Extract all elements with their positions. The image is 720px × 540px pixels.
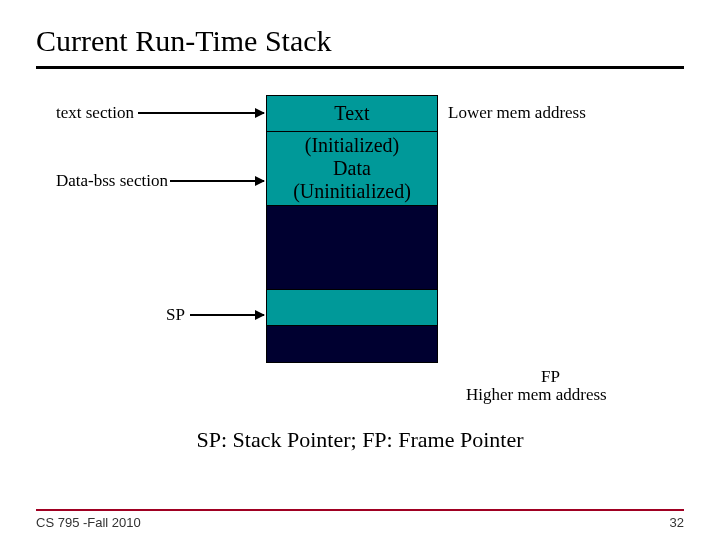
segment-text: Text bbox=[267, 96, 437, 132]
label-text-section: text section bbox=[56, 103, 134, 123]
segment-stack bbox=[267, 290, 437, 326]
arrow-sp bbox=[190, 314, 264, 316]
slide-title: Current Run-Time Stack bbox=[36, 24, 684, 58]
segment-data-uninit: (Uninitialized) bbox=[293, 180, 411, 203]
label-sp: SP bbox=[166, 305, 185, 325]
footer-page-number: 32 bbox=[670, 515, 684, 530]
memory-diagram: text section Data-bss section SP Lower m… bbox=[36, 89, 684, 419]
segment-data-init: (Initialized) bbox=[305, 134, 399, 157]
footer-course: CS 795 -Fall 2010 bbox=[36, 515, 141, 530]
arrow-text-section bbox=[138, 112, 264, 114]
label-fp: FP bbox=[541, 367, 560, 387]
segment-frame bbox=[267, 326, 437, 362]
segment-data-mid: Data bbox=[333, 157, 371, 180]
label-higher-mem: Higher mem address bbox=[466, 385, 607, 405]
arrow-data-bss bbox=[170, 180, 264, 182]
label-data-bss-section: Data-bss section bbox=[56, 171, 168, 191]
footer: CS 795 -Fall 2010 32 bbox=[0, 509, 720, 530]
footer-rule bbox=[36, 509, 684, 511]
label-lower-mem: Lower mem address bbox=[448, 103, 586, 123]
segment-gap bbox=[267, 206, 437, 290]
caption: SP: Stack Pointer; FP: Frame Pointer bbox=[36, 427, 684, 453]
memory-column: Text (Initialized) Data (Uninitialized) bbox=[266, 95, 438, 363]
title-rule bbox=[36, 66, 684, 69]
segment-data: (Initialized) Data (Uninitialized) bbox=[267, 132, 437, 206]
